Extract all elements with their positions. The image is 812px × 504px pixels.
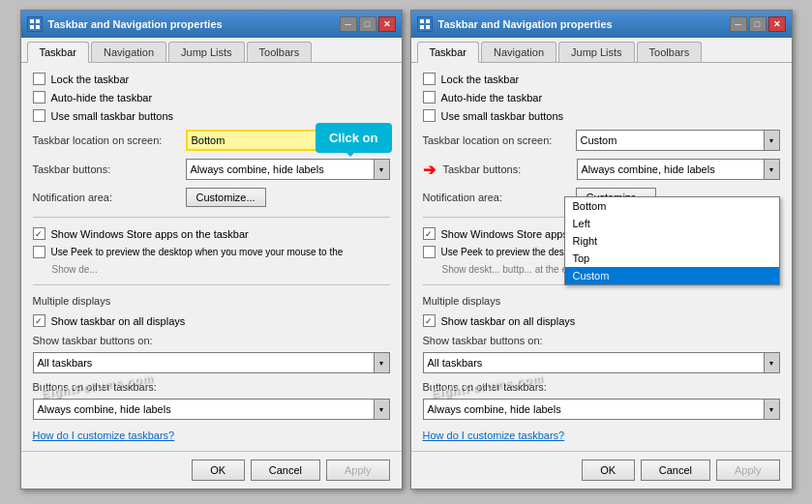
taskbar-buttons-select-1[interactable]: Always combine, hide labels ▾ [186, 159, 390, 180]
peek-checkbox-2[interactable] [423, 246, 436, 258]
taskbar-buttons-value-1: Always combine, hide labels [191, 163, 324, 175]
store-apps-checkbox-1[interactable] [33, 227, 45, 240]
taskbar-location-arrow-1: ▾ [373, 132, 388, 149]
maximize-btn-1[interactable]: □ [359, 16, 376, 32]
taskbar-buttons-row-2: ➔ Taskbar buttons: Always combine, hide … [423, 159, 780, 180]
tab-navigation-2[interactable]: Navigation [481, 42, 556, 62]
taskbar-buttons-on-select-2[interactable]: All taskbars ▾ [423, 352, 780, 373]
taskbar-buttons-label-1: Taskbar buttons: [33, 163, 178, 175]
customize-btn-1[interactable]: Customize... [186, 188, 266, 207]
dialog-footer-2: OK Cancel Apply [411, 451, 792, 489]
dialog-content-2: Lock the taskbar Auto-hide the taskbar U… [411, 63, 792, 451]
taskbar-buttons-label-2: Taskbar buttons: [443, 163, 569, 175]
dialog-body-2: Lock the taskbar Auto-hide the taskbar U… [411, 63, 792, 451]
autohide-checkbox-2[interactable] [423, 91, 436, 104]
checkbox-all-displays-2: Show taskbar on all displays [423, 314, 780, 327]
tab-jumplists-1[interactable]: Jump Lists [168, 42, 245, 62]
tab-navigation-1[interactable]: Navigation [91, 42, 166, 62]
cancel-btn-1[interactable]: Cancel [251, 460, 320, 481]
svg-rect-0 [30, 19, 34, 23]
autohide-label: Auto-hide the taskbar [51, 92, 153, 104]
ok-btn-2[interactable]: OK [582, 460, 635, 481]
taskbar-location-row-1: Taskbar location on screen: Bottom ▾ [33, 130, 390, 151]
dropdown-bottom[interactable]: Bottom [565, 197, 779, 215]
taskbar-buttons-on-value-1: All taskbars [38, 357, 93, 369]
taskbar-buttons-on-select-1[interactable]: All taskbars ▾ [33, 352, 390, 373]
dropdown-top[interactable]: Top [565, 250, 779, 267]
tab-toolbars-1[interactable]: Toolbars [247, 42, 313, 62]
close-btn-2[interactable]: ✕ [768, 16, 786, 32]
multiple-displays-title-2: Multiple displays [423, 295, 780, 307]
cancel-btn-2[interactable]: Cancel [641, 460, 710, 481]
dialog-content-1: Lock the taskbar Auto-hide the taskbar U… [21, 63, 402, 451]
taskbar-location-select-2[interactable]: Custom ▾ [576, 130, 780, 151]
peek-checkbox-1[interactable] [33, 246, 45, 258]
autohide-checkbox[interactable] [33, 91, 45, 104]
taskbar-location-label-1: Taskbar location on screen: [33, 134, 178, 146]
separator-1 [33, 217, 390, 218]
close-btn-1[interactable]: ✕ [378, 16, 396, 32]
dropdown-custom[interactable]: Custom [565, 267, 779, 284]
tab-jumplists-2[interactable]: Jump Lists [558, 42, 635, 62]
checkbox-lock-taskbar-2: Lock the taskbar [423, 73, 780, 85]
checkbox-small-buttons-2: Use small taskbar buttons [423, 109, 780, 122]
taskbar-location-row-2: Taskbar location on screen: Custom ▾ [423, 130, 780, 151]
buttons-other-label-2: Buttons on other taskbars: [423, 381, 568, 393]
taskbar-location-value-1: Bottom [192, 134, 226, 146]
minimize-btn-2[interactable]: ─ [730, 16, 747, 32]
all-displays-checkbox-1[interactable] [33, 314, 45, 327]
taskbar-location-arrow-2: ▾ [764, 131, 779, 150]
maximize-btn-2[interactable]: □ [749, 16, 767, 32]
multiple-displays-title-1: Multiple displays [33, 295, 390, 307]
taskbar-buttons-on-label-1: Show taskbar buttons on: [33, 335, 178, 346]
buttons-other-row-2: Buttons on other taskbars: [423, 381, 780, 393]
svg-rect-4 [420, 19, 424, 23]
tab-taskbar-1[interactable]: Taskbar [27, 42, 90, 63]
taskbar-buttons-arrow-2: ▾ [764, 160, 779, 179]
tab-taskbar-2[interactable]: Taskbar [417, 42, 480, 63]
lock-taskbar-checkbox-2[interactable] [423, 73, 436, 85]
svg-rect-3 [36, 25, 40, 29]
notification-label-1: Notification area: [33, 192, 178, 203]
lock-taskbar-label: Lock the taskbar [51, 74, 130, 85]
apply-btn-1[interactable]: Apply [326, 460, 390, 481]
show-desktop-1: Show de... [33, 264, 390, 275]
buttons-other-label-1: Buttons on other taskbars: [33, 381, 178, 393]
buttons-other-row-1: Buttons on other taskbars: [33, 381, 390, 393]
buttons-other-select-2[interactable]: Always combine, hide labels ▾ [423, 399, 780, 420]
dialog-footer-1: OK Cancel Apply [21, 451, 402, 489]
taskbar-buttons-on-row-1: Show taskbar buttons on: [33, 335, 390, 346]
howto-link-2[interactable]: How do I customize taskbars? [423, 430, 780, 441]
dialog-1: Taskbar and Navigation properties ─ □ ✕ … [20, 10, 403, 489]
buttons-other-value-2: Always combine, hide labels [428, 403, 561, 415]
title-bar-2: Taskbar and Navigation properties ─ □ ✕ [411, 11, 792, 38]
apply-btn-2[interactable]: Apply [716, 460, 780, 481]
svg-rect-5 [426, 19, 430, 23]
svg-rect-6 [420, 25, 424, 29]
buttons-other-arrow-1: ▾ [374, 400, 389, 419]
small-buttons-label-2: Use small taskbar buttons [441, 110, 564, 122]
buttons-other-select-1[interactable]: Always combine, hide labels ▾ [33, 399, 390, 420]
taskbar-location-select-1[interactable]: Bottom ▾ [186, 130, 390, 151]
ok-btn-1[interactable]: OK [192, 460, 245, 481]
dropdown-left[interactable]: Left [565, 215, 779, 232]
small-buttons-checkbox-2[interactable] [423, 109, 436, 122]
minimize-btn-1[interactable]: ─ [340, 16, 357, 32]
tab-toolbars-2[interactable]: Toolbars [637, 42, 703, 62]
howto-link-1[interactable]: How do I customize taskbars? [33, 430, 390, 441]
all-displays-label-1: Show taskbar on all displays [51, 315, 186, 327]
small-buttons-checkbox[interactable] [33, 109, 45, 122]
autohide-label-2: Auto-hide the taskbar [441, 92, 543, 104]
buttons-other-value-1: Always combine, hide labels [38, 403, 171, 415]
taskbar-buttons-value-2: Always combine, hide labels [582, 163, 715, 175]
app-icon-1 [27, 16, 43, 32]
checkbox-autohide-2: Auto-hide the taskbar [423, 91, 780, 104]
store-apps-checkbox-2[interactable] [423, 227, 436, 240]
peek-label-1: Use Peek to preview the desktop when you… [51, 247, 344, 257]
taskbar-buttons-arrow-1: ▾ [374, 160, 389, 179]
all-displays-checkbox-2[interactable] [423, 314, 436, 327]
lock-taskbar-checkbox[interactable] [33, 73, 45, 85]
dropdown-right[interactable]: Right [565, 232, 779, 250]
taskbar-buttons-select-2[interactable]: Always combine, hide labels ▾ [577, 159, 780, 180]
dialog-body-1: Lock the taskbar Auto-hide the taskbar U… [21, 63, 402, 451]
